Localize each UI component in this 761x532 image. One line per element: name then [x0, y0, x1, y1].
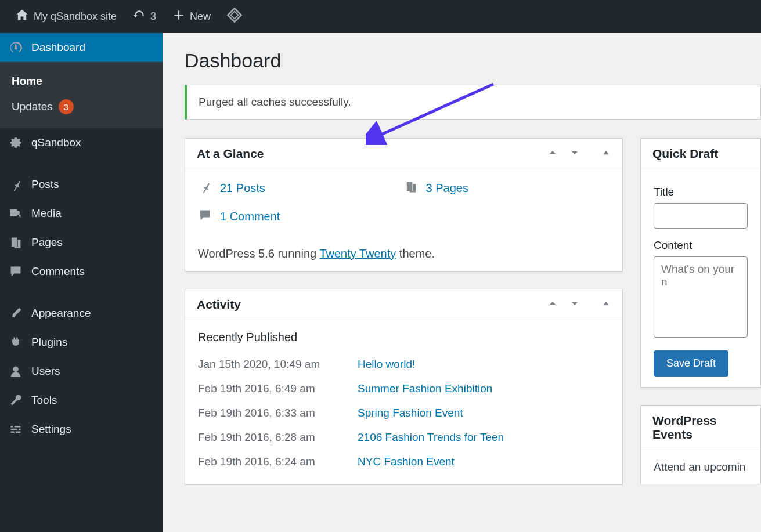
toggle-icon[interactable] [601, 299, 611, 310]
updates-toolbar-link[interactable]: 3 [125, 0, 164, 33]
menu-appearance[interactable]: Appearance [0, 299, 163, 328]
menu-qsandbox[interactable]: qSandbox [0, 128, 163, 157]
widget-header[interactable]: Activity [185, 289, 622, 320]
home-icon [15, 8, 29, 25]
title-label: Title [654, 186, 748, 198]
refresh-icon [133, 9, 146, 24]
new-label: New [190, 10, 211, 23]
toggle-icon[interactable] [601, 148, 611, 160]
main-content: Dashboard Purged all caches successfully… [163, 33, 761, 532]
admin-toolbar: My qSandbox site 3 New [0, 0, 761, 33]
menu-pages[interactable]: Pages [0, 228, 163, 257]
menu-posts[interactable]: Posts [0, 170, 163, 199]
comments-count-link[interactable]: 1 Comment [198, 208, 609, 225]
activity-post-link[interactable]: Hello world! [358, 358, 415, 371]
menu-label: Users [31, 365, 60, 378]
user-icon [8, 364, 23, 378]
plug-icon [8, 335, 23, 349]
menu-label: Comments [31, 265, 85, 278]
move-down-icon[interactable] [569, 298, 580, 312]
comment-icon [198, 208, 212, 225]
menu-tools[interactable]: Tools [0, 386, 163, 415]
menu-label: Plugins [31, 336, 67, 349]
widget-title: Activity [197, 298, 241, 312]
activity-widget: Activity Recently Published Jan 15th 202… [185, 289, 623, 485]
menu-separator [0, 157, 163, 170]
wordpress-version-text: WordPress 5.6 running Twenty Twenty them… [198, 237, 609, 260]
plus-icon [172, 9, 185, 24]
pages-count-link[interactable]: 3 Pages [404, 180, 610, 197]
updates-badge: 3 [59, 99, 74, 114]
cache-plugin-link[interactable] [219, 0, 250, 33]
menu-label: Pages [31, 236, 63, 249]
activity-row: Feb 19th 2016, 6:49 amSummer Fashion Exh… [198, 377, 609, 401]
theme-link[interactable]: Twenty Twenty [319, 247, 396, 260]
dashboard-icon [8, 41, 23, 55]
activity-date: Feb 19th 2016, 6:28 am [198, 431, 358, 444]
menu-users[interactable]: Users [0, 357, 163, 386]
widget-header[interactable]: WordPress Events [641, 406, 760, 450]
menu-settings[interactable]: Settings [0, 415, 163, 444]
at-a-glance-widget: At a Glance 21 Posts [185, 138, 623, 272]
pin-icon [8, 178, 23, 191]
events-widget: WordPress Events Attend an upcomin [640, 405, 761, 484]
draft-content-input[interactable] [654, 256, 748, 338]
brush-icon [8, 306, 23, 320]
menu-label: Tools [31, 394, 57, 407]
dashboard-submenu: Home Updates 3 [0, 62, 163, 128]
submenu-home[interactable]: Home [12, 69, 163, 93]
submenu-updates[interactable]: Updates 3 [12, 93, 163, 120]
activity-post-link[interactable]: Summer Fashion Exhibition [358, 382, 492, 395]
save-draft-button[interactable]: Save Draft [654, 350, 728, 377]
admin-sidebar: Dashboard Home Updates 3 qSandbox Posts … [0, 33, 163, 532]
events-text: Attend an upcomin [641, 450, 760, 484]
media-icon [8, 207, 23, 220]
content-label: Content [654, 239, 748, 252]
menu-label: Media [31, 207, 62, 220]
activity-date: Feb 19th 2016, 6:49 am [198, 382, 358, 395]
page-title: Dashboard [185, 49, 761, 72]
diamond-icon [227, 8, 242, 26]
site-name: My qSandbox site [34, 10, 117, 23]
widget-header[interactable]: Quick Draft [641, 139, 760, 169]
widget-title: Quick Draft [652, 147, 718, 161]
activity-post-link[interactable]: 2106 Fashion Trends for Teen [358, 431, 504, 444]
notice-text: Purged all caches successfully. [199, 96, 351, 108]
gear-icon [8, 136, 23, 150]
activity-row: Feb 19th 2016, 6:33 amSpring Fashion Eve… [198, 401, 609, 425]
menu-label: qSandbox [31, 136, 81, 149]
updates-count: 3 [150, 10, 156, 23]
move-up-icon[interactable] [547, 147, 558, 161]
new-content-link[interactable]: New [164, 0, 219, 33]
menu-dashboard[interactable]: Dashboard [0, 33, 163, 62]
activity-post-link[interactable]: NYC Fashion Event [358, 455, 455, 468]
activity-date: Feb 19th 2016, 6:33 am [198, 407, 358, 419]
menu-plugins[interactable]: Plugins [0, 328, 163, 357]
activity-date: Feb 19th 2016, 6:24 am [198, 455, 358, 468]
activity-post-link[interactable]: Spring Fashion Event [358, 407, 463, 419]
menu-label: Settings [31, 423, 71, 436]
site-home-link[interactable]: My qSandbox site [7, 0, 125, 33]
activity-row: Jan 15th 2020, 10:49 amHello world! [198, 352, 609, 377]
menu-media[interactable]: Media [0, 199, 163, 228]
quick-draft-widget: Quick Draft Title Content Save Draft [640, 138, 761, 388]
menu-label: Dashboard [31, 41, 85, 54]
move-down-icon[interactable] [569, 147, 580, 161]
wrench-icon [8, 393, 23, 407]
pages-icon [8, 236, 23, 249]
draft-title-input[interactable] [654, 203, 748, 229]
posts-count-link[interactable]: 21 Posts [198, 180, 404, 197]
menu-label: Posts [31, 178, 59, 191]
success-notice: Purged all caches successfully. [185, 85, 761, 120]
activity-subtitle: Recently Published [198, 331, 609, 344]
widget-header[interactable]: At a Glance [185, 139, 622, 169]
activity-row: Feb 19th 2016, 6:24 amNYC Fashion Event [198, 450, 609, 474]
move-up-icon[interactable] [547, 298, 558, 312]
menu-label: Appearance [31, 307, 91, 320]
activity-row: Feb 19th 2016, 6:28 am2106 Fashion Trend… [198, 425, 609, 450]
sliders-icon [8, 422, 23, 436]
widget-title: WordPress Events [652, 414, 749, 441]
menu-comments[interactable]: Comments [0, 257, 163, 286]
activity-date: Jan 15th 2020, 10:49 am [198, 358, 358, 371]
menu-separator [0, 286, 163, 299]
